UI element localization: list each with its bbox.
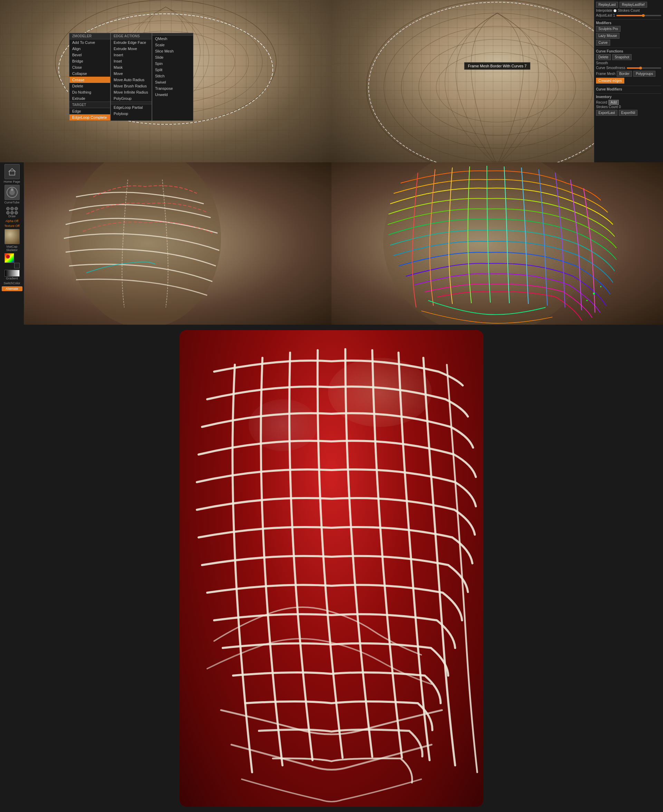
frame-mesh-tooltip: Frame Mesh Border With Curves 7: [464, 62, 530, 70]
strokes-count-row: Strokes Count 0: [596, 105, 661, 109]
lazy-mouse-button[interactable]: Lazy Mouse: [596, 33, 619, 39]
curve-modifiers-section: Curve Modifiers: [596, 87, 661, 91]
creased-edges-button[interactable]: Creased edges: [596, 78, 624, 84]
menu-target-polyloop[interactable]: Polyloop: [111, 110, 152, 117]
menu-unweld[interactable]: Unweld: [152, 92, 193, 98]
interpolate-row: Interpolate Strokes Count: [596, 9, 661, 13]
menu-qmesh[interactable]: QMesh: [152, 36, 193, 42]
middle-row: Home Page CurveTube: [0, 162, 663, 325]
menu-scale[interactable]: Scale: [152, 42, 193, 48]
creased-edges-row: Creased edges: [596, 78, 661, 84]
col3: QMesh Scale Slice Mesh Slide Spin Split …: [152, 33, 193, 121]
smooth-row: Smooth: [596, 61, 661, 65]
sidebar-gradient[interactable]: Gradient: [2, 270, 23, 280]
middle-left-viewport: Home Page CurveTube: [0, 162, 332, 325]
curve-button[interactable]: Curve: [596, 40, 610, 45]
top-right-viewport: Frame Mesh Border With Curves 7: [332, 0, 663, 162]
menu-spin[interactable]: Spin: [152, 60, 193, 67]
inventory-title: Inventory: [596, 95, 661, 99]
menu-do-nothing[interactable]: Do Nothing: [70, 89, 110, 95]
curve-modifiers-title: Curve Modifiers: [596, 87, 661, 91]
middle-right-viewport: [332, 162, 663, 325]
snapshot-button[interactable]: Snapshot: [612, 54, 632, 60]
home-icon: [5, 164, 20, 179]
sidebar-matcap[interactable]: MatCap Skeletor: [2, 229, 23, 252]
delete-button[interactable]: Delete: [596, 54, 611, 60]
zmodeler-header: ZMODELER: [70, 33, 110, 39]
divider-4: [596, 93, 661, 94]
sidebar-alternate[interactable]: Alternate: [2, 286, 23, 291]
polygroups-button[interactable]: Polygroups: [633, 71, 655, 77]
menu-move-auto-radius[interactable]: Move Auto Radius: [111, 77, 152, 83]
menu-target-edge[interactable]: Edge: [70, 108, 110, 114]
modifiers-title: Modifiers: [596, 21, 661, 25]
sidebar-curvetube[interactable]: CurveTube: [2, 185, 23, 204]
record-add-row: Record Add: [596, 100, 661, 105]
menu-mask[interactable]: Mask: [111, 64, 152, 70]
switch-color-label: SwitchColor: [2, 281, 23, 285]
menu-move[interactable]: Move: [111, 70, 152, 77]
matcap-label: MatCap Skeletor: [2, 245, 23, 252]
menu-extrude-move[interactable]: Extrude Move: [111, 45, 152, 52]
menu-target-edgeloop-partial[interactable]: EdgeLoop Partial: [111, 104, 152, 110]
border-button[interactable]: Border: [617, 71, 632, 77]
matcap-icon: [5, 229, 20, 244]
menu-crease[interactable]: Crease: [70, 77, 110, 83]
menu-insert[interactable]: Insert: [111, 52, 152, 58]
export-nil-button[interactable]: ExportNil: [619, 110, 638, 116]
menu-target-edgeloop-complete[interactable]: EdgeLoop Complete: [70, 114, 110, 121]
delete-snapshot-row: Delete Snapshot: [596, 54, 661, 60]
interpolate-label: Interpolate: [596, 9, 612, 13]
menu-swivel[interactable]: Swivel: [152, 79, 193, 85]
face-mesh-bg-right: [332, 162, 663, 325]
sidebar-draw[interactable]: Draw: [2, 207, 23, 218]
adjust-last-label: AdjustLast 1: [596, 13, 615, 17]
sidebar-alpha-off[interactable]: Alpha Off: [2, 219, 23, 223]
menu-bevel[interactable]: Bevel: [70, 52, 110, 58]
sculptris-pro-button[interactable]: Sculptris Pro: [596, 26, 621, 32]
curve-smoothness-slider[interactable]: [627, 67, 661, 69]
red-mesh-bg: [179, 330, 484, 807]
menu-extrude-edge-face[interactable]: Extrude Edge Face: [111, 39, 152, 45]
export-last-button[interactable]: ExportLast: [596, 110, 618, 116]
menu-polygroup[interactable]: PolyGroup: [111, 95, 152, 102]
menu-split[interactable]: Split: [152, 67, 193, 73]
face-mesh-bg: [24, 162, 332, 325]
curve-smoothness-row: Curve Smoothness: [596, 66, 661, 70]
menu-inset[interactable]: Inset: [111, 58, 152, 64]
menu-move-brush-radius[interactable]: Move Brush Radius: [111, 83, 152, 89]
right-panel: ReplayLast ReplayLastRef Interpolate Str…: [594, 0, 663, 162]
strokes-count-label-top: Strokes Count: [618, 9, 640, 13]
divider-1: [596, 19, 661, 20]
add-button[interactable]: Add: [608, 100, 619, 105]
adjust-last-slider[interactable]: [616, 15, 661, 16]
record-label: Record: [596, 100, 607, 104]
menu-bridge[interactable]: Bridge: [70, 58, 110, 64]
menu-slide[interactable]: Slide: [152, 54, 193, 60]
menu-add-to-curve[interactable]: Add To Curve: [70, 39, 110, 45]
menu-align[interactable]: Align: [70, 45, 110, 52]
menu-move-infinite-radius[interactable]: Move Infinite Radius: [111, 89, 152, 95]
sidebar-color-picker[interactable]: [2, 253, 23, 269]
menu-delete[interactable]: Delete: [70, 83, 110, 89]
curve-smoothness-label: Curve Smoothness: [596, 66, 625, 70]
sidebar-home-page[interactable]: Home Page: [2, 164, 23, 183]
modifiers-section: Modifiers Sculptris Pro Lazy Mouse Curve: [596, 21, 661, 45]
sidebar-switch-color[interactable]: SwitchColor: [2, 281, 23, 285]
menu-extrude[interactable]: Extrude: [70, 95, 110, 102]
menu-collapse[interactable]: Collapse: [70, 70, 110, 77]
lazy-mouse-row: Lazy Mouse: [596, 33, 661, 39]
menu-stitch[interactable]: Stitch: [152, 73, 193, 79]
sculptris-row: Sculptris Pro: [596, 26, 661, 32]
menu-transpose[interactable]: Transpose: [152, 85, 193, 92]
divider-3: [596, 86, 661, 86]
interpolate-dot[interactable]: [614, 9, 616, 12]
strokes-count-0-label: Strokes Count 0: [596, 105, 621, 109]
replay-section: ReplayLast ReplayLastRef Interpolate Str…: [596, 2, 661, 17]
replay-last-ref-button[interactable]: ReplayLastRef: [619, 2, 647, 8]
frame-mesh-row: Frame Mesh Border Polygroups: [596, 71, 661, 77]
menu-slice-mesh[interactable]: Slice Mesh: [152, 48, 193, 54]
sidebar-texture-off[interactable]: Texture Off: [2, 224, 23, 228]
replay-last-button[interactable]: ReplayLast: [596, 2, 618, 8]
menu-close[interactable]: Close: [70, 64, 110, 70]
